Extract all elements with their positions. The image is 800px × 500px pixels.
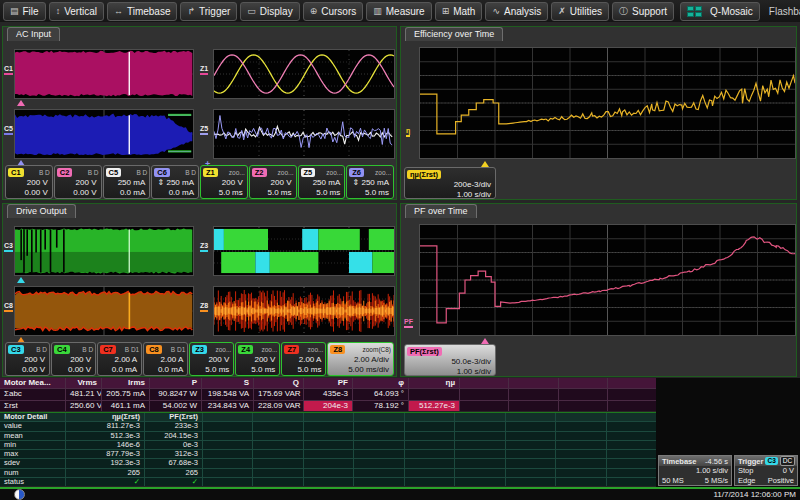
grid-efficiency-trend[interactable] bbox=[419, 47, 796, 159]
axis-label-eta: η bbox=[406, 127, 410, 137]
trace-label-Z1: Z1 bbox=[200, 65, 208, 75]
descriptor-Z6[interactable]: Z6zoo...⇕ 250 mA5.0 ms bbox=[346, 165, 394, 199]
detail-row-label: min bbox=[0, 441, 65, 449]
clock: 11/7/2014 12:06:00 PM bbox=[713, 490, 796, 499]
descriptor-offset: 0.0 mA bbox=[104, 188, 150, 198]
trace-label-C1: C1 bbox=[4, 65, 13, 75]
descriptor-PF(Σrst)[interactable]: PF(Σrst)50.0e-3/div1.00 s/div bbox=[404, 344, 496, 376]
menu-item-cursors[interactable]: ⊕Cursors bbox=[303, 2, 364, 21]
detail-value: 877.79e-3 bbox=[66, 450, 144, 458]
grid-ac-current-c5-c6[interactable] bbox=[14, 109, 194, 159]
detail-value-empty bbox=[556, 459, 605, 467]
detail-table-title: Motor Detail bbox=[0, 413, 65, 421]
descriptor-C4[interactable]: C4B D200 V0.00 V bbox=[51, 342, 96, 376]
tab-pf[interactable]: PF over Time bbox=[405, 204, 477, 218]
measurement-value: 435e-3 bbox=[304, 389, 352, 399]
tab-efficiency[interactable]: Efficiency over Time bbox=[405, 27, 503, 41]
grid-pf-trend[interactable] bbox=[419, 224, 796, 336]
descriptor-scale: 250 mA bbox=[104, 178, 150, 188]
grid-zoom-z5-z6[interactable] bbox=[213, 109, 395, 159]
descriptor-C3[interactable]: C3B D200 V0.00 V bbox=[5, 342, 50, 376]
display-icon: ▭ bbox=[247, 6, 256, 16]
descriptor-tag: B D bbox=[88, 169, 99, 176]
menu-item-math[interactable]: ⊞Math bbox=[435, 2, 483, 21]
menu-item-timebase[interactable]: ↔Timebase bbox=[107, 2, 178, 21]
descriptor-C6[interactable]: C6B D⇕ 250 mA0.0 mA bbox=[151, 165, 199, 199]
grid-zoom-z7-z8[interactable] bbox=[213, 286, 395, 336]
menu-item-trigger[interactable]: ↱Trigger bbox=[180, 2, 237, 21]
trace-label-underline bbox=[200, 133, 208, 135]
trigger-summary-box[interactable]: Trigger C3 DC Stop 0 V Edge Positive bbox=[734, 455, 798, 486]
menu-item-utilities[interactable]: ✗Utilities bbox=[551, 2, 609, 21]
detail-value: 204.15e-3 bbox=[145, 432, 202, 440]
detail-value: ✓ bbox=[66, 478, 144, 486]
descriptor-offset: 0.0 mA bbox=[144, 365, 187, 375]
detail-value-empty bbox=[354, 469, 403, 477]
descriptor-offset: 5.0 ms bbox=[236, 365, 279, 375]
detail-value-empty bbox=[203, 469, 252, 477]
descriptor-scale: 200 V bbox=[52, 355, 95, 365]
grid-drive-current-c7-c8[interactable] bbox=[14, 286, 194, 336]
descriptor-tag: zoo... bbox=[375, 169, 391, 176]
menu-item-support[interactable]: ⓘSupport bbox=[612, 2, 674, 21]
detail-value-empty bbox=[455, 432, 504, 440]
descriptor-scale: 200 V bbox=[236, 355, 279, 365]
detail-value-empty bbox=[607, 469, 656, 477]
descriptor-C5[interactable]: C5B D250 mA0.0 mA bbox=[103, 165, 151, 199]
flashback-label[interactable]: Flashba... bbox=[769, 6, 800, 17]
system-status-icon[interactable] bbox=[14, 489, 25, 500]
motor-detail-table: Motor Detailηµ(Σrst)PF(Σrst)value811.27e… bbox=[0, 412, 656, 486]
trigger-header: Trigger C3 DC bbox=[735, 456, 797, 466]
detail-value-empty bbox=[455, 422, 504, 430]
measurement-value-empty bbox=[460, 389, 508, 399]
descriptor-C2[interactable]: C2B D200 V0.00 V bbox=[54, 165, 102, 199]
channel-badge-PF(Σrst): PF(Σrst) bbox=[407, 347, 442, 356]
descriptor-C1[interactable]: C1B D200 V0.00 V bbox=[5, 165, 53, 199]
descriptor-tag: zoo... bbox=[326, 169, 342, 176]
measurement-value: 90.8247 W bbox=[150, 389, 201, 399]
measurement-value bbox=[409, 389, 459, 399]
menu-item-analysis[interactable]: ∿Analysis bbox=[485, 2, 548, 21]
tab-ac-input[interactable]: AC Input bbox=[7, 27, 60, 41]
descriptor-Z4[interactable]: Z4zoo...200 V5.0 ms bbox=[235, 342, 280, 376]
channel-badge-Z3: Z3 bbox=[192, 345, 207, 354]
descriptor-header: C2B D bbox=[55, 166, 101, 178]
menu-item-display[interactable]: ▭Display bbox=[240, 2, 299, 21]
detail-value-empty bbox=[253, 441, 302, 449]
descriptor-Z3[interactable]: Z3zoo...200 V5.0 ms bbox=[189, 342, 234, 376]
measurement-value: 64.093 ° bbox=[353, 389, 408, 399]
menu-item-measure[interactable]: ▥Measure bbox=[366, 2, 431, 21]
detail-value-empty bbox=[556, 478, 605, 486]
menu-item-file[interactable]: ▤File bbox=[3, 2, 46, 21]
grid-zoom-z3-z4[interactable] bbox=[213, 226, 395, 276]
descriptor-Z1[interactable]: Z1zoo...200 V5.0 ms bbox=[200, 165, 248, 199]
detail-value-empty bbox=[203, 432, 252, 440]
panel-pf: PF over Time PF PF(Σrst)50.0e-3/div1.00 … bbox=[400, 203, 797, 377]
descriptor-ηµ(Σrst)[interactable]: ηµ(Σrst)200e-3/div1.00 s/div bbox=[404, 167, 496, 199]
grid-zoom-z1-z2[interactable] bbox=[213, 49, 395, 99]
detail-value-empty bbox=[506, 459, 555, 467]
descriptor-efficiency: ηµ(Σrst)200e-3/div1.00 s/div bbox=[404, 167, 496, 199]
trigger-marker-c1[interactable] bbox=[17, 100, 25, 106]
grid-drive-voltage-c3-c4[interactable] bbox=[14, 226, 194, 276]
descriptor-Z7[interactable]: Z7zoo...2.00 A5.0 ms bbox=[281, 342, 326, 376]
q-mosaic-button[interactable]: Q-Mosaic bbox=[680, 2, 760, 21]
descriptor-C7[interactable]: C7B D12.00 A0.0 mA bbox=[97, 342, 142, 376]
detail-value-empty bbox=[354, 459, 403, 467]
descriptor-offset: 0.00 V bbox=[6, 188, 52, 198]
descriptor-Z5[interactable]: Z5zoo...250 mA5.0 ms bbox=[298, 165, 346, 199]
axis-label-underline bbox=[404, 326, 413, 328]
descriptor-C8[interactable]: C8B D12.00 A0.0 mA bbox=[143, 342, 188, 376]
descriptor-Z8[interactable]: Z8zoom(C8)2.00 A/div5.00 ms/div bbox=[327, 342, 394, 376]
measurement-col-empty bbox=[509, 378, 557, 388]
trigger-marker-c3[interactable] bbox=[17, 277, 25, 283]
measurement-col-header: P bbox=[150, 378, 201, 388]
measurement-value: 512.27e-3 bbox=[409, 401, 459, 411]
measurement-value: 228.09 VAR bbox=[254, 401, 303, 411]
timebase-summary-box[interactable]: Timebase -4.56 s 1.00 s/div 50 MS 5 MS/s bbox=[658, 455, 732, 486]
descriptor-header: PF(Σrst) bbox=[405, 345, 495, 357]
tab-drive-output[interactable]: Drive Output bbox=[7, 204, 76, 218]
menu-item-vertical[interactable]: ↕Vertical bbox=[49, 2, 104, 21]
descriptor-Z2[interactable]: Z2zoo...200 V5.0 ms bbox=[249, 165, 297, 199]
grid-ac-voltage-c1-c2[interactable] bbox=[14, 49, 194, 99]
